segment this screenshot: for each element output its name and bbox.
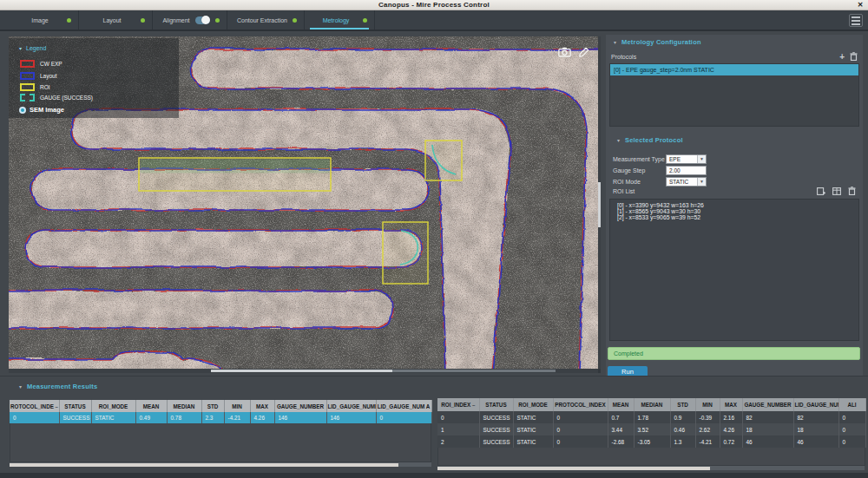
column-header[interactable]: MIN <box>224 400 250 412</box>
tab-metrology[interactable]: Metrology <box>305 10 375 29</box>
field-value: 2.00 <box>667 167 706 174</box>
scrollbar-thumb[interactable] <box>211 370 392 372</box>
add-protocol-icon[interactable]: + <box>839 53 845 61</box>
roi-list[interactable]: [0] - x=3390 y=9432 w=163 h=26[1] - x=85… <box>609 199 859 341</box>
table-cell: 146 <box>326 412 376 423</box>
field-select[interactable]: STATIC▼ <box>666 177 707 187</box>
tab-label: Contour Extraction <box>237 17 287 23</box>
table-row[interactable]: 0SUCCESSSTATIC0.490.782.3-4.214.26146146… <box>10 412 431 423</box>
table-row[interactable]: 0SUCCESSSTATIC00.71.780.9-0.392.1682820 <box>437 411 865 423</box>
table-cell: STATIC <box>513 435 553 448</box>
scrollbar-thumb[interactable] <box>10 463 398 467</box>
chevron-down-icon[interactable]: ▾ <box>19 383 22 390</box>
chevron-down-icon: ▾ <box>19 45 22 51</box>
chevron-down-icon[interactable]: ▾ <box>617 137 620 143</box>
table-cell: 0 <box>553 423 608 435</box>
table-cell: -2.68 <box>608 435 634 448</box>
table-cell: 0.49 <box>135 412 167 423</box>
column-header[interactable]: ROI_MODE <box>91 400 135 412</box>
close-icon[interactable]: ✕ <box>856 1 865 10</box>
sem-image-view[interactable]: ▾ Legend CW EXPLayoutROIGAUGE (SUCCESS) … <box>9 36 601 373</box>
field-select[interactable]: EPE▼ <box>666 154 707 164</box>
edit-roi-icon[interactable] <box>832 187 841 195</box>
tab-contour-extraction[interactable]: Contour Extraction <box>227 10 305 29</box>
alignment-toggle[interactable] <box>195 16 210 24</box>
column-header[interactable]: LID_GAUGE_NUME <box>326 400 376 412</box>
tab-image[interactable]: Image <box>9 10 79 29</box>
column-header[interactable]: LID_GAUGE_NUMB <box>793 398 838 411</box>
delete-roi-icon[interactable] <box>848 187 856 195</box>
table-cell: 0 <box>437 411 479 423</box>
field-row: Gauge Step2.00 <box>613 165 856 175</box>
sort-icon: – <box>54 404 58 409</box>
table-cell: STATIC <box>91 412 135 423</box>
chevron-down-icon[interactable]: ▾ <box>614 39 616 45</box>
roi-item[interactable]: [0] - x=3390 y=9432 w=163 h=26 <box>617 202 858 208</box>
column-header[interactable]: STD <box>201 400 224 412</box>
column-header[interactable]: ROI_INDEX – <box>437 398 479 411</box>
left-table-scrollbar[interactable] <box>10 462 431 467</box>
table-cell: 82 <box>793 411 838 423</box>
table-row[interactable]: 1SUCCESSSTATIC03.443.520.462.624.2618180 <box>437 423 865 435</box>
field-label: Measurement Type <box>613 156 666 162</box>
pencil-icon[interactable] <box>578 47 589 58</box>
column-header[interactable]: STATUS <box>59 400 91 412</box>
column-header[interactable]: MEAN <box>135 400 167 412</box>
add-roi-icon[interactable] <box>817 187 825 195</box>
legend: ▾ Legend CW EXPLayoutROIGAUGE (SUCCESS) … <box>9 38 179 118</box>
scrollbar-track-segment <box>392 370 556 372</box>
scrollbar-thumb[interactable] <box>437 467 710 470</box>
scrollbar-thumb[interactable] <box>598 182 601 227</box>
column-header[interactable]: MEAN <box>608 398 634 411</box>
legend-item: Layout <box>20 72 57 80</box>
roi-item[interactable]: [2] - x=8533 y=9065 w=39 h=52 <box>617 214 858 220</box>
field-input[interactable]: 2.00 <box>666 166 707 175</box>
column-header[interactable]: GAUGE_NUMBER <box>274 400 326 412</box>
tab-layout[interactable]: Layout <box>79 10 153 29</box>
protocol-item[interactable]: [0] - EPE gauge_step=2.0nm STATIC <box>610 64 858 75</box>
roi-box-1 <box>425 141 462 180</box>
camera-icon[interactable] <box>558 47 571 57</box>
legend-swatch <box>20 94 35 101</box>
table-cell: 2.62 <box>695 423 720 435</box>
table-header-row: ROI_INDEX –STATUSROI_MODEPROTOCOL_INDEXM… <box>437 398 865 411</box>
tab-alignment[interactable]: Alignment <box>153 10 227 29</box>
table-cell: 0.46 <box>670 423 695 435</box>
column-header[interactable]: STATUS <box>479 398 513 411</box>
delete-protocol-icon[interactable] <box>850 52 858 61</box>
menu-icon[interactable] <box>849 14 863 27</box>
column-header[interactable]: GAUGE_NUMBER <box>742 398 793 411</box>
protocol-results-table[interactable]: ROTOCOL_INDE –STATUSROI_MODEMEANMEDIANST… <box>10 400 432 423</box>
column-header[interactable]: MIN <box>695 398 720 411</box>
column-header[interactable]: ALI <box>838 398 865 411</box>
right-table-scrollbar[interactable] <box>437 466 865 470</box>
table-row[interactable]: 2SUCCESSSTATIC0-2.68-3.051.3-4.210.72464… <box>437 435 865 448</box>
column-header[interactable]: ROI_MODE <box>513 398 553 411</box>
status-dot <box>293 18 297 23</box>
column-header[interactable]: MAX <box>250 400 274 412</box>
field-label: Gauge Step <box>613 167 666 174</box>
roi-results-table[interactable]: ROI_INDEX –STATUSROI_MODEPROTOCOL_INDEXM… <box>437 398 866 448</box>
window-bottom-border <box>0 473 868 478</box>
table-cell: -3.05 <box>634 435 670 448</box>
table-cell: 0.7 <box>608 411 634 423</box>
column-header[interactable]: MAX <box>720 398 742 411</box>
column-header[interactable]: MEDIAN <box>634 398 670 411</box>
column-header[interactable]: PROTOCOL_INDEX <box>553 398 608 411</box>
table-cell: -4.21 <box>695 435 720 448</box>
protocols-label: Protocols <box>611 54 636 60</box>
image-horizontal-scrollbar[interactable] <box>9 369 598 373</box>
column-header[interactable]: LID_GAUGE_NUM A <box>376 400 431 412</box>
table-cell: SUCCESS <box>479 411 513 423</box>
title-bar: Canopus - Mire Process Control ✕ <box>0 0 868 10</box>
image-vertical-scrollbar[interactable] <box>598 36 601 369</box>
column-header[interactable]: MEDIAN <box>167 400 201 412</box>
roi-item[interactable]: [1] - x=8565 y=9043 w=30 h=30 <box>617 208 858 214</box>
field-row: Measurement TypeEPE▼ <box>613 154 856 164</box>
protocols-list[interactable]: [0] - EPE gauge_step=2.0nm STATIC <box>609 63 859 127</box>
chevron-down-icon: ▼ <box>697 178 706 186</box>
legend-label: Layout <box>40 73 57 79</box>
table-cell: 3.44 <box>608 423 634 435</box>
column-header[interactable]: STD <box>670 398 695 411</box>
column-header[interactable]: ROTOCOL_INDE – <box>10 400 59 412</box>
